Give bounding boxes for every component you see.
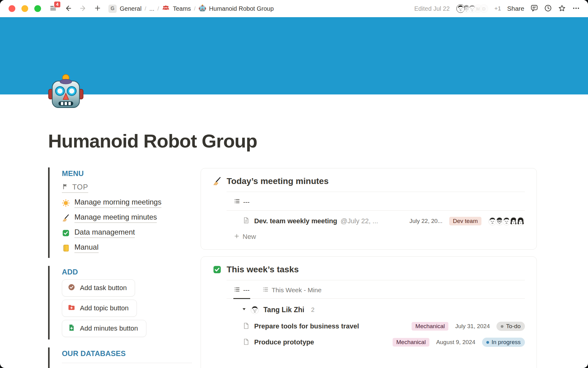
flag-icon <box>62 183 69 191</box>
breadcrumb-page[interactable]: Humanoid Robot Group <box>209 5 274 12</box>
add-section: ADD Add task button Add topic button <box>48 266 192 339</box>
more-options-button[interactable] <box>572 4 580 13</box>
menu-link-meeting-minutes[interactable]: Manage meeting minutes <box>62 210 192 225</box>
view-tab-this-week-mine[interactable]: This Week - Mine <box>262 286 322 299</box>
page-cover[interactable] <box>0 17 588 94</box>
zoom-window-button[interactable] <box>34 5 41 12</box>
attendee-avatars <box>488 217 525 225</box>
status-label: In progress <box>492 339 521 346</box>
menu-link-top[interactable]: TOP <box>62 180 192 195</box>
new-row-button[interactable]: New <box>227 229 525 245</box>
meeting-date: July 22, 20... <box>409 218 443 224</box>
menu-link-label: Manage morning meetings <box>74 198 161 208</box>
forward-arrow-icon <box>79 5 87 13</box>
view-tab-label: This Week - Mine <box>272 286 322 294</box>
task-row[interactable]: Produce prototype Mechanical August 9, 2… <box>227 334 525 350</box>
sun-emoji-icon <box>62 199 70 207</box>
favorite-button[interactable] <box>558 4 566 13</box>
plus-icon <box>94 5 101 13</box>
avatar-initial[interactable]: D <box>480 4 488 13</box>
menu-link-data-management[interactable]: Data management <box>62 225 192 240</box>
view-tab[interactable]: --- <box>233 198 250 211</box>
workspace-initial-chip[interactable]: G <box>108 5 117 13</box>
collapse-triangle-icon[interactable] <box>242 307 246 312</box>
card-title[interactable]: Today’s meeting minutes <box>227 176 329 186</box>
close-window-button[interactable] <box>9 5 15 12</box>
forward-button[interactable] <box>79 5 87 13</box>
view-tab-active[interactable]: --- <box>233 286 250 299</box>
group-name: Tang Lik Zhi <box>263 306 304 314</box>
writing-hand-emoji-icon <box>213 177 222 186</box>
breadcrumb-separator: / <box>194 5 195 12</box>
robot-emoji-icon <box>199 4 206 13</box>
sidebar-toggle-button[interactable]: 4 <box>50 5 57 13</box>
add-button-label: Add minutes button <box>80 324 138 332</box>
add-topic-button[interactable]: Add topic button <box>62 300 137 317</box>
add-task-button[interactable]: Add task button <box>62 279 135 297</box>
view-tab-label: --- <box>243 286 250 294</box>
menu-link-label: TOP <box>72 183 88 191</box>
breadcrumb-separator: / <box>157 5 159 12</box>
star-icon <box>558 4 566 13</box>
databases-heading: OUR DATABASES <box>62 349 192 358</box>
menu-link-manual[interactable]: Manual <box>62 240 192 255</box>
group-header-row[interactable]: Tang Lik Zhi 2 <box>227 299 525 318</box>
card-title[interactable]: This week’s tasks <box>227 265 299 274</box>
avatar-overflow-count[interactable]: +1 <box>494 5 501 12</box>
add-minutes-button[interactable]: Add minutes button <box>62 320 146 337</box>
check-emoji-icon <box>213 265 222 274</box>
topbar: 4 G General / ... / Teams <box>0 0 588 17</box>
left-column: MENU TOP Manage morning meetings <box>48 167 192 368</box>
clock-icon <box>544 4 552 13</box>
category-tag: Mechanical <box>393 338 429 347</box>
avatar <box>516 217 525 225</box>
meeting-row[interactable]: Dev. team weekly meeting @July 22, ... J… <box>227 213 525 229</box>
databases-section: OUR DATABASES Minutes DB <box>48 347 192 368</box>
task-title: Prepare tools for business travel <box>254 322 359 330</box>
comments-button[interactable] <box>530 4 538 13</box>
folder-plus-icon <box>68 304 75 313</box>
view-tab-label: --- <box>243 198 250 206</box>
divider <box>62 363 192 363</box>
new-label: New <box>243 233 256 241</box>
ledger-emoji-icon <box>62 244 70 252</box>
breadcrumb: G General / ... / Teams / Humanoid Robot… <box>108 4 274 13</box>
page-icon <box>243 217 250 225</box>
share-button[interactable]: Share <box>507 5 524 12</box>
plus-icon <box>234 233 239 241</box>
add-button-label: Add topic button <box>80 304 129 312</box>
view-tab-bar: --- <box>227 192 525 211</box>
task-check-circle-icon <box>68 283 75 293</box>
breadcrumb-workspace[interactable]: General <box>120 5 141 12</box>
check-emoji-icon <box>62 229 70 237</box>
collaborator-avatars: M D <box>456 4 488 13</box>
status-badge: To-do <box>496 322 525 331</box>
task-row[interactable]: Prepare tools for business travel Mechan… <box>227 318 525 334</box>
menu-link-morning-meetings[interactable]: Manage morning meetings <box>62 195 192 210</box>
status-dot <box>486 341 489 344</box>
breadcrumb-collapsed[interactable]: ... <box>149 5 154 12</box>
minutes-db-link[interactable]: Minutes DB <box>62 366 192 368</box>
bulleted-list-icon <box>234 286 240 294</box>
due-date: July 31, 2024 <box>455 323 490 330</box>
page-icon-robot-emoji[interactable] <box>47 73 84 110</box>
add-heading: ADD <box>62 268 192 276</box>
page-title[interactable]: Humanoid Robot Group <box>48 130 257 152</box>
due-date: August 9, 2024 <box>436 339 475 346</box>
task-title: Produce prototype <box>254 338 314 346</box>
notification-badge: 4 <box>54 1 61 8</box>
weekly-tasks-card: This week’s tasks --- This Week - Mine <box>201 256 537 368</box>
new-page-button[interactable] <box>94 5 101 13</box>
meeting-title: Dev. team weekly meeting <box>254 217 337 225</box>
status-badge: In progress <box>482 338 525 347</box>
ellipsis-icon <box>572 4 580 13</box>
teams-people-icon <box>162 4 170 13</box>
status-label: To-do <box>506 323 521 330</box>
page-icon <box>243 338 250 347</box>
breadcrumb-teams[interactable]: Teams <box>173 5 191 12</box>
edited-timestamp[interactable]: Edited Jul 22 <box>414 5 450 12</box>
back-button[interactable] <box>65 5 72 13</box>
updates-history-button[interactable] <box>544 4 552 13</box>
back-arrow-icon <box>65 5 72 13</box>
minimize-window-button[interactable] <box>21 5 28 12</box>
